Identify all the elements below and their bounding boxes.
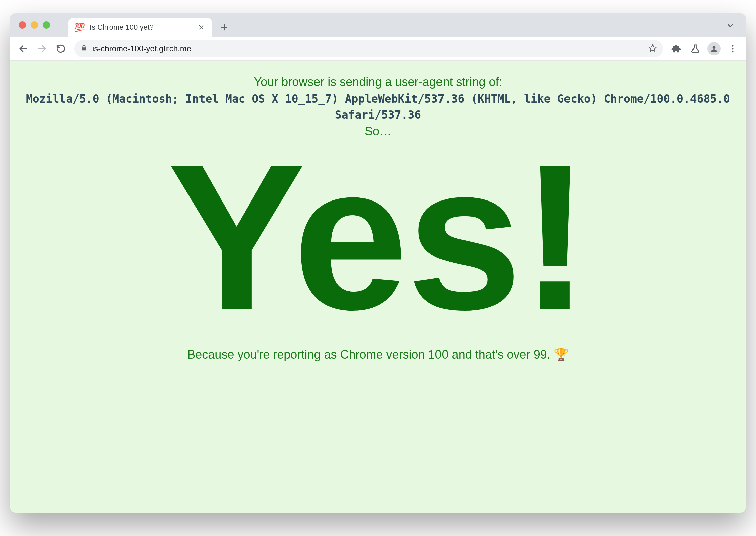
chevron-down-icon — [726, 21, 735, 30]
new-tab-button[interactable] — [217, 20, 232, 35]
toolbar — [10, 37, 746, 61]
kebab-icon — [728, 44, 738, 54]
browser-tab[interactable]: 💯 Is Chrome 100 yet? — [68, 18, 212, 37]
window-controls — [19, 21, 50, 29]
maximize-window-button[interactable] — [43, 21, 50, 29]
svg-point-8 — [732, 45, 734, 46]
lock-icon-svg — [80, 44, 88, 52]
arrow-left-icon — [18, 44, 28, 54]
browser-window: 💯 Is Chrome 100 yet? — [10, 13, 746, 513]
user-agent-text: Mozilla/5.0 (Macintosh; Intel Mac OS X 1… — [23, 91, 733, 123]
extensions-button[interactable] — [668, 41, 684, 57]
svg-point-10 — [732, 51, 734, 52]
svg-point-9 — [732, 48, 734, 49]
address-bar[interactable] — [74, 40, 663, 57]
puzzle-icon — [671, 44, 681, 54]
flask-icon — [690, 44, 700, 54]
avatar — [707, 42, 721, 55]
headline-text: Yes! — [167, 142, 588, 332]
because-text: Because you're reporting as Chrome versi… — [187, 348, 569, 362]
profile-button[interactable] — [706, 41, 722, 57]
reload-button[interactable] — [53, 41, 69, 57]
star-icon — [648, 44, 657, 52]
forward-button[interactable] — [34, 41, 50, 57]
tab-title: Is Chrome 100 yet? — [90, 23, 192, 32]
tab-search-button[interactable] — [723, 18, 738, 33]
page-content: Your browser is sending a user-agent str… — [10, 61, 746, 513]
tab-favicon-100-icon: 💯 — [74, 23, 85, 32]
close-window-button[interactable] — [19, 21, 26, 29]
bookmark-button[interactable] — [648, 44, 657, 54]
menu-button[interactable] — [725, 41, 741, 57]
plus-icon — [220, 23, 228, 31]
minimize-window-button[interactable] — [31, 21, 38, 29]
svg-marker-6 — [649, 44, 656, 51]
reload-icon — [56, 44, 66, 54]
lock-icon[interactable] — [80, 44, 88, 53]
arrow-right-icon — [37, 44, 47, 54]
intro-text: Your browser is sending a user-agent str… — [254, 75, 502, 89]
svg-point-7 — [713, 46, 716, 49]
url-input[interactable] — [92, 44, 644, 53]
person-icon — [710, 44, 718, 53]
close-tab-button[interactable] — [197, 23, 206, 32]
tab-strip: 💯 Is Chrome 100 yet? — [10, 13, 746, 37]
labs-button[interactable] — [687, 41, 703, 57]
back-button[interactable] — [15, 41, 31, 57]
x-icon — [198, 24, 204, 30]
